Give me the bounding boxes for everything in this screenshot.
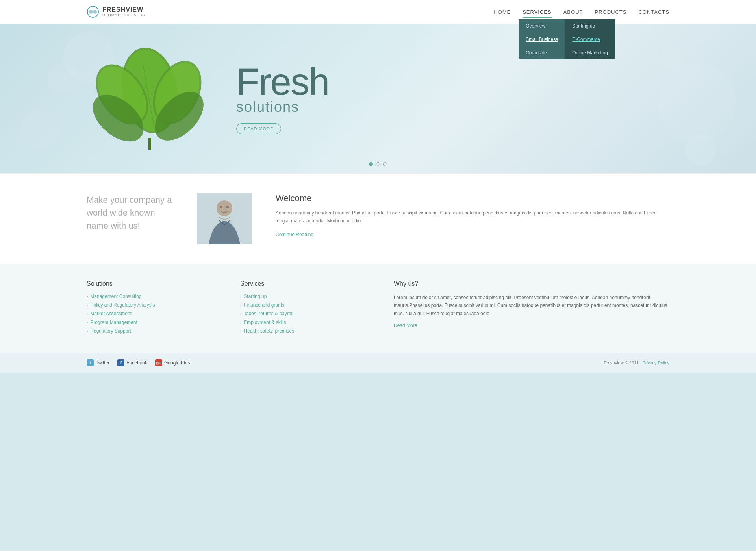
social-links: t Twitter f Facebook g+ Google Plus: [87, 359, 190, 366]
why-title: Why us?: [394, 280, 669, 287]
copyright-text: Freshview © 2011 Privacy Policy: [604, 361, 669, 365]
person-svg: [197, 193, 252, 244]
svg-point-17: [143, 94, 145, 95]
welcome-section: Make your company a world wide known nam…: [0, 173, 756, 264]
slider-dots: [369, 162, 387, 166]
chevron-icon-5: ›: [87, 329, 88, 333]
dropdown-col-2: Starting up E-Commerce Online Marketing: [565, 19, 615, 59]
logo-icon: [87, 6, 99, 18]
chevron-icon-s3: ›: [240, 312, 241, 316]
svg-point-15: [145, 78, 146, 80]
welcome-tagline: Make your company a world wide known nam…: [87, 193, 173, 232]
slider-dot-2[interactable]: [376, 162, 380, 166]
nav-home[interactable]: HOME: [494, 7, 511, 17]
dropdown-row: Overview Small Business Corporate Starti…: [519, 19, 615, 59]
bg-circle-3: [20, 110, 59, 150]
bg-circle-2: [47, 63, 79, 94]
twitter-icon: t: [87, 359, 94, 366]
nav-services-wrapper: SERVICES Overview Small Business Corpora…: [523, 8, 552, 15]
welcome-image: [197, 193, 252, 244]
service-link-5[interactable]: › Health, safety, premises: [240, 328, 378, 334]
hero-plant-image: [87, 43, 213, 153]
hero-section: Fresh solutions READ MORE: [0, 24, 756, 173]
mint-svg: [87, 43, 213, 153]
facebook-link[interactable]: f Facebook: [117, 359, 147, 366]
dropdown-overview[interactable]: Overview: [519, 19, 565, 33]
dropdown-starting-up[interactable]: Starting up: [565, 19, 615, 33]
nav-services[interactable]: SERVICES: [523, 7, 552, 18]
chevron-icon-s1: ›: [240, 294, 241, 299]
welcome-title: Welcome: [276, 193, 669, 203]
solutions-col: Solutions › Management Consulting › Poli…: [87, 280, 224, 337]
twitter-link[interactable]: t Twitter: [87, 359, 109, 366]
logo-subtitle: ULTIMATE BUSINESS: [102, 13, 145, 17]
hero-text-block: Fresh solutions READ MORE: [236, 63, 669, 134]
dropdown-small-business[interactable]: Small Business: [519, 33, 565, 46]
hero-title-large: Fresh: [236, 63, 669, 101]
svg-point-16: [153, 86, 154, 87]
footer-top: Solutions › Management Consulting › Poli…: [0, 264, 756, 353]
main-nav: HOME SERVICES Overview Small Business Co…: [494, 7, 669, 17]
why-body-text: Lorem ipsum dolor sit amet, consec tetue…: [394, 294, 669, 318]
service-link-1[interactable]: › Starting up: [240, 294, 378, 299]
gplus-icon: g+: [155, 359, 162, 366]
privacy-policy-link[interactable]: Privacy Policy: [643, 361, 669, 365]
service-link-2[interactable]: › Finance and grants: [240, 302, 378, 308]
svg-point-1: [89, 10, 93, 14]
bg-circle-5: [685, 134, 717, 165]
footer-bottom: t Twitter f Facebook g+ Google Plus Fres…: [0, 353, 756, 373]
service-link-3[interactable]: › Taxes, returns & payroll: [240, 311, 378, 316]
solution-link-4[interactable]: › Program Management: [87, 320, 224, 325]
nav-about[interactable]: ABOUT: [563, 7, 583, 17]
chevron-icon-3: ›: [87, 312, 88, 316]
chevron-icon-s2: ›: [240, 303, 241, 307]
nav-contacts[interactable]: CONTACTS: [638, 7, 669, 17]
svg-point-20: [220, 206, 222, 208]
nav-products[interactable]: PRODUCTS: [595, 7, 627, 17]
chevron-icon-1: ›: [87, 294, 88, 299]
welcome-body-text: Aenean nonummy hendrerit mauris. Phasell…: [276, 209, 669, 225]
gplus-link[interactable]: g+ Google Plus: [155, 359, 190, 366]
dropdown-corporate[interactable]: Corporate: [519, 46, 565, 59]
solution-link-1[interactable]: › Management Consulting: [87, 294, 224, 299]
dropdown-online-marketing[interactable]: Online Marketing: [565, 46, 615, 59]
solutions-title: Solutions: [87, 280, 224, 287]
bg-circle-4: [658, 63, 736, 142]
slider-dot-3[interactable]: [383, 162, 387, 166]
facebook-icon: f: [117, 359, 124, 366]
service-link-4[interactable]: › Employment & skills: [240, 320, 378, 325]
services-dropdown: Overview Small Business Corporate Starti…: [519, 19, 615, 59]
dropdown-ecommerce[interactable]: E-Commerce: [565, 33, 615, 46]
services-title: Services: [240, 280, 378, 287]
why-col: Why us? Lorem ipsum dolor sit amet, cons…: [394, 280, 669, 337]
services-col: Services › Starting up › Finance and gra…: [240, 280, 378, 337]
chevron-icon-2: ›: [87, 303, 88, 307]
dropdown-col-1: Overview Small Business Corporate: [519, 19, 565, 59]
logo[interactable]: FRESHVIEW ULTIMATE BUSINESS: [87, 6, 145, 18]
continue-reading-link[interactable]: Continue Reading: [276, 232, 313, 237]
svg-point-21: [226, 206, 229, 208]
chevron-icon-4: ›: [87, 320, 88, 325]
chevron-icon-s4: ›: [240, 320, 241, 325]
slider-dot-1[interactable]: [369, 162, 373, 166]
svg-point-19: [217, 200, 232, 216]
logo-name: FRESHVIEW: [102, 6, 145, 13]
why-read-more-link[interactable]: Read More: [394, 323, 417, 328]
solution-link-5[interactable]: › Regulatory Support: [87, 328, 224, 334]
chevron-icon-s5: ›: [240, 329, 241, 333]
welcome-content: Welcome Aenean nonummy hendrerit mauris.…: [276, 193, 669, 238]
solution-link-2[interactable]: › Policy and Regulatory Analysis: [87, 302, 224, 308]
solution-link-3[interactable]: › Market Assessment: [87, 311, 224, 316]
hero-read-more-button[interactable]: READ MORE: [236, 123, 281, 134]
header: FRESHVIEW ULTIMATE BUSINESS HOME SERVICE…: [0, 0, 756, 24]
svg-point-2: [93, 10, 97, 14]
